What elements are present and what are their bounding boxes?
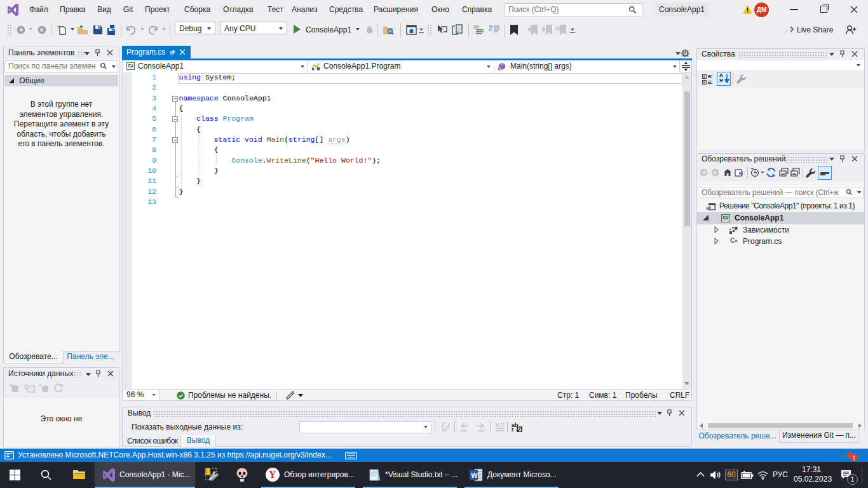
svg-text:2: 2 <box>489 25 492 32</box>
svg-text:W: W <box>471 471 478 479</box>
svg-text:r: r <box>512 426 514 432</box>
